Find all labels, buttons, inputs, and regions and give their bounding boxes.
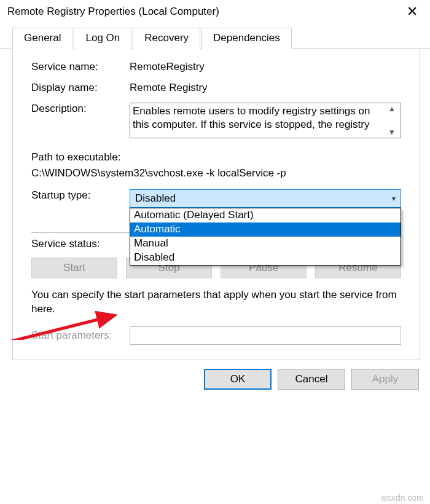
path-value: C:\WINDOWS\system32\svchost.exe -k local… bbox=[31, 165, 401, 181]
option-manual[interactable]: Manual bbox=[130, 237, 401, 251]
tab-strip: General Log On Recovery Dependencies bbox=[0, 21, 430, 49]
startup-type-selected: Disabled bbox=[135, 192, 176, 205]
startup-type-combobox[interactable]: Disabled ▾ bbox=[130, 189, 401, 208]
scroll-up-icon[interactable]: ▲ bbox=[388, 104, 396, 113]
path-label: Path to executable: bbox=[31, 149, 401, 165]
watermark-text: wsxdn.com bbox=[381, 493, 424, 503]
tab-dependencies[interactable]: Dependencies bbox=[201, 28, 292, 49]
display-name-value: Remote Registry bbox=[130, 82, 401, 94]
dialog-footer: OK Cancel Apply bbox=[0, 369, 430, 398]
description-text: Enables remote users to modify registry … bbox=[133, 104, 386, 136]
window-title: Remote Registry Properties (Local Comput… bbox=[7, 6, 219, 18]
description-label: Description: bbox=[31, 103, 130, 115]
service-name-label: Service name: bbox=[31, 61, 130, 73]
option-automatic[interactable]: Automatic bbox=[130, 222, 401, 237]
display-name-label: Display name: bbox=[31, 82, 130, 94]
start-button[interactable]: Start bbox=[31, 258, 117, 278]
service-name-value: RemoteRegistry bbox=[130, 61, 401, 73]
chevron-down-icon: ▾ bbox=[392, 194, 396, 203]
close-icon[interactable]: ✕ bbox=[402, 5, 423, 18]
start-parameters-help: You can specify the start parameters tha… bbox=[31, 288, 401, 317]
start-parameters-label: Start parameters: bbox=[31, 329, 130, 342]
start-parameters-input[interactable] bbox=[130, 326, 401, 345]
description-scrollbar[interactable]: ▲ ▼ bbox=[386, 104, 398, 136]
title-bar: Remote Registry Properties (Local Comput… bbox=[0, 0, 430, 21]
service-status-label: Service status: bbox=[31, 238, 130, 250]
option-automatic-delayed[interactable]: Automatic (Delayed Start) bbox=[130, 208, 401, 222]
tab-recovery[interactable]: Recovery bbox=[133, 28, 200, 49]
tab-general[interactable]: General bbox=[12, 28, 72, 49]
ok-button[interactable]: OK bbox=[204, 369, 272, 390]
description-box: Enables remote users to modify registry … bbox=[130, 103, 401, 138]
option-disabled[interactable]: Disabled bbox=[130, 251, 401, 265]
apply-button[interactable]: Apply bbox=[351, 369, 419, 390]
startup-type-label: Startup type: bbox=[31, 189, 130, 202]
cancel-button[interactable]: Cancel bbox=[278, 369, 345, 390]
scroll-down-icon[interactable]: ▼ bbox=[388, 128, 396, 136]
startup-type-dropdown: Automatic (Delayed Start) Automatic Manu… bbox=[130, 208, 401, 266]
tab-logon[interactable]: Log On bbox=[74, 28, 131, 49]
tab-content: Service name: RemoteRegistry Display nam… bbox=[12, 49, 420, 360]
